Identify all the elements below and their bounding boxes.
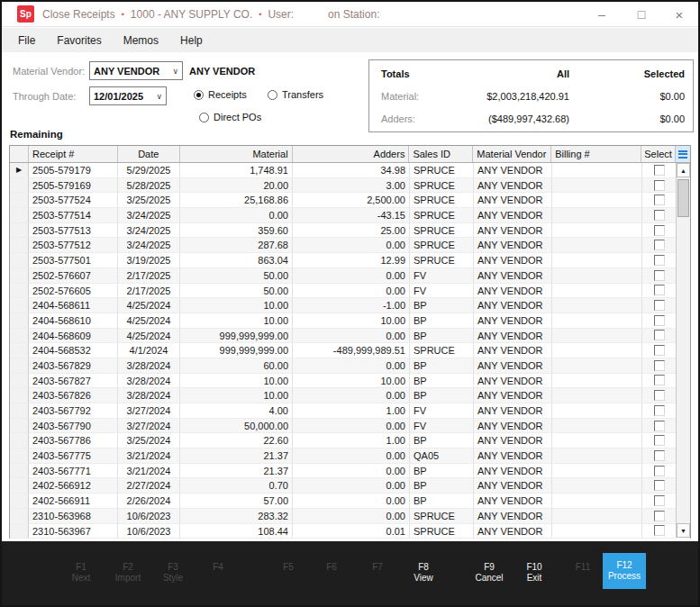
through-date-dropdown[interactable]: 12/01/2025 ∨ [89, 86, 167, 105]
row-indicator [10, 524, 29, 539]
cell-vendor: ANY VENDOR [474, 524, 552, 539]
table-row[interactable]: 2404-5685324/1/2024999,999,999.00-489,99… [10, 343, 690, 358]
table-row[interactable]: 2503-5775143/24/20250.00-43.15SPRUCEANY … [10, 208, 690, 223]
table-row[interactable]: 2503-5775123/24/2025287.680.00SPRUCEANY … [10, 238, 690, 253]
select-checkbox[interactable] [654, 375, 665, 385]
select-checkbox[interactable] [654, 405, 665, 416]
select-checkbox[interactable] [654, 525, 665, 536]
cell-sales: SPRUCE [410, 178, 474, 194]
radio-transfers[interactable]: Transfers [268, 89, 323, 100]
fnkey-f10[interactable]: F10Exit [526, 562, 541, 584]
cell-adders: 25.00 [293, 223, 410, 239]
table-row[interactable]: ▶2505-5791795/29/20251,748.9134.98SPRUCE… [10, 163, 690, 178]
select-checkbox[interactable] [654, 180, 665, 191]
cell-date: 4/25/2024 [118, 329, 180, 344]
select-checkbox[interactable] [654, 195, 665, 205]
fnkey-f8[interactable]: F8View [414, 562, 433, 584]
cell-select [642, 298, 677, 313]
grid-header-material[interactable]: Material [180, 146, 293, 162]
grid-header-date[interactable]: Date [118, 146, 180, 162]
fnkey-f12[interactable]: F12Process [603, 553, 646, 589]
grid-header-vendor[interactable]: Material Vendor [473, 146, 551, 162]
table-row[interactable]: 2310-56396810/6/2023283.320.00SPRUCEANY … [10, 509, 690, 524]
table-row[interactable]: 2505-5791695/28/202520.003.00SPRUCEANY V… [10, 178, 690, 194]
select-checkbox[interactable] [654, 421, 665, 431]
cell-vendor: ANY VENDOR [474, 208, 552, 223]
grid-menu-button[interactable] [676, 146, 690, 162]
cell-adders: 0.01 [293, 524, 410, 539]
minimize-button[interactable]: – [586, 2, 617, 27]
table-row[interactable]: 2503-5775133/24/2025359.6025.00SPRUCEANY… [10, 223, 690, 239]
cell-billing [552, 284, 642, 299]
select-checkbox[interactable] [654, 270, 665, 281]
select-checkbox[interactable] [654, 450, 665, 461]
select-checkbox[interactable] [654, 435, 665, 446]
table-row[interactable]: 2403-5677713/21/202421.370.00BPANY VENDO… [10, 464, 690, 479]
table-row[interactable]: 2404-5686114/25/202410.00-1.00BPANY VEND… [10, 298, 690, 313]
cell-vendor: ANY VENDOR [474, 193, 552, 208]
material-vendor-dropdown[interactable]: ANY VENDOR ∨ [89, 61, 183, 80]
table-row[interactable]: 2403-5677923/27/20244.001.00FVANY VENDOR [10, 403, 690, 419]
table-row[interactable]: 2403-5678293/28/202460.000.00BPANY VENDO… [10, 358, 690, 374]
select-checkbox[interactable] [654, 210, 665, 221]
radio-direct-pos[interactable]: Direct POs [199, 112, 261, 122]
table-row[interactable]: 2402-5669122/27/20240.700.00BPANY VENDOR [10, 478, 690, 494]
scroll-up-icon[interactable]: ▲ [677, 163, 690, 177]
menu-item-help[interactable]: Help [180, 34, 203, 47]
select-checkbox[interactable] [654, 466, 665, 476]
table-row[interactable]: 2503-5775243/25/202525,168.862,500.00SPR… [10, 193, 690, 208]
scroll-down-icon[interactable]: ▼ [677, 523, 690, 538]
cell-material: 283.32 [180, 509, 293, 524]
table-row[interactable]: 2403-5678273/28/202410.0010.00BPANY VEND… [10, 374, 690, 389]
select-checkbox[interactable] [654, 225, 665, 236]
grid-header-adders[interactable]: Adders [293, 146, 410, 162]
select-checkbox[interactable] [654, 360, 665, 371]
select-checkbox[interactable] [654, 390, 665, 401]
fnkey-f9[interactable]: F9Cancel [475, 562, 503, 584]
select-checkbox[interactable] [654, 240, 665, 250]
row-indicator [10, 178, 29, 194]
maximize-button[interactable]: □ [626, 2, 657, 27]
cell-select [642, 268, 677, 284]
table-row[interactable]: 2403-5677903/27/202450,000.000.00FVANY V… [10, 419, 690, 434]
cell-sales: BP [410, 494, 474, 509]
table-row[interactable]: 2502-5766072/17/202550.000.00FVANY VENDO… [10, 268, 690, 284]
select-checkbox[interactable] [654, 255, 665, 266]
grid-header-receipt[interactable]: Receipt # [29, 146, 118, 162]
menu-item-memos[interactable]: Memos [123, 34, 159, 47]
menu-item-favorites[interactable]: Favorites [57, 34, 101, 47]
cell-vendor: ANY VENDOR [474, 433, 552, 448]
cell-adders: 0.00 [293, 268, 410, 284]
radio-receipts[interactable]: Receipts [194, 89, 247, 100]
table-row[interactable]: 2403-5677863/25/202422.601.00BPANY VENDO… [10, 433, 690, 448]
cell-adders: 0.00 [293, 419, 410, 434]
select-checkbox[interactable] [654, 495, 665, 506]
select-checkbox[interactable] [654, 511, 665, 521]
table-row[interactable]: 2502-5766052/17/202550.000.00FVANY VENDO… [10, 284, 690, 299]
table-row[interactable]: 2404-5686094/25/2024999,999,999.000.00BP… [10, 329, 690, 344]
select-checkbox[interactable] [654, 330, 665, 340]
menu-item-file[interactable]: File [18, 34, 35, 47]
select-checkbox[interactable] [654, 345, 665, 356]
select-checkbox[interactable] [654, 285, 665, 295]
cell-sales: BP [410, 388, 474, 403]
table-row[interactable]: 2404-5686104/25/202410.0010.00BPANY VEND… [10, 313, 690, 329]
grid-header-billing[interactable]: Billing # [551, 146, 641, 162]
table-row[interactable]: 2402-5669112/26/202457.000.00BPANY VENDO… [10, 494, 690, 509]
select-checkbox[interactable] [654, 165, 665, 176]
close-button[interactable]: × [664, 2, 695, 27]
table-row[interactable]: 2403-5677753/21/202421.370.00QA05ANY VEN… [10, 448, 690, 464]
select-checkbox[interactable] [654, 300, 665, 311]
scrollbar-thumb[interactable] [677, 179, 689, 217]
select-checkbox[interactable] [654, 315, 665, 326]
grid-header-select[interactable]: Select [641, 146, 676, 162]
select-checkbox[interactable] [654, 480, 665, 491]
table-row[interactable]: 2403-5678263/28/202410.000.00BPANY VENDO… [10, 388, 690, 403]
grid-header-salesid[interactable]: Sales ID [409, 146, 473, 162]
vertical-scrollbar[interactable]: ▲ ▼ [676, 163, 690, 538]
totals-title: Totals [381, 68, 410, 79]
cell-sales: FV [410, 268, 474, 284]
table-row[interactable]: 2503-5775013/19/2025863.0412.99SPRUCEANY… [10, 253, 690, 268]
table-row[interactable]: 2310-56396710/6/2023108.440.01SPRUCEANY … [10, 524, 690, 539]
cell-vendor: ANY VENDOR [474, 313, 552, 329]
